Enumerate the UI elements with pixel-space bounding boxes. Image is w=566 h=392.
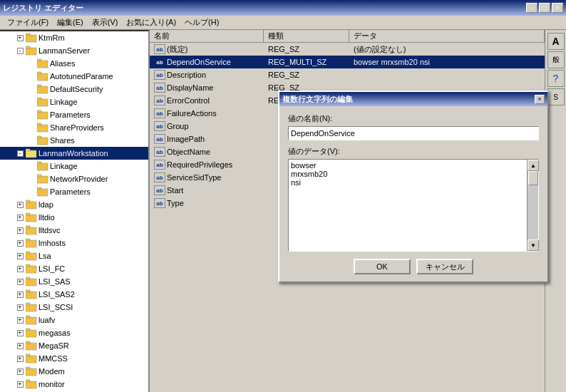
tree-label-autotunedparam: AutotunedParame: [50, 72, 113, 81]
ab-icon-default: ab: [154, 44, 165, 54]
scroll-down-button[interactable]: ▼: [528, 239, 539, 251]
svg-rect-16: [37, 138, 48, 145]
svg-rect-25: [37, 187, 41, 190]
svg-rect-29: [26, 213, 30, 215]
expander-lanmanworkstation[interactable]: -: [14, 148, 26, 159]
tree-item-linkage2[interactable]: Linkage: [0, 160, 148, 172]
expander-ktmrm[interactable]: +: [14, 32, 26, 43]
tree-item-modem[interactable]: + Modem: [0, 365, 148, 378]
svg-rect-30: [26, 227, 36, 234]
tree-item-luafv[interactable]: + luafv: [0, 314, 148, 326]
dialog-name-input[interactable]: [288, 126, 539, 140]
folder-icon-lanmanworkstation: [26, 148, 37, 158]
tree-item-lsisas2[interactable]: + LSI_SAS2: [0, 288, 148, 301]
ab-icon-failureactions: ab: [154, 108, 165, 118]
tree-item-megasas[interactable]: + megasas: [0, 326, 148, 339]
minimize-button[interactable]: －: [526, 3, 537, 13]
tree-item-linkage[interactable]: Linkage: [0, 96, 148, 108]
svg-rect-6: [37, 73, 48, 81]
tree-item-ktmrm[interactable]: + KtmRm: [0, 31, 148, 44]
tree-item-mmcss[interactable]: + MMCSS: [0, 352, 148, 365]
svg-rect-23: [37, 175, 41, 177]
reg-cell-name-displayname: abDisplayName: [150, 82, 264, 93]
svg-rect-39: [26, 277, 30, 279]
svg-rect-45: [26, 316, 30, 318]
menu-view[interactable]: 表示(V): [88, 16, 123, 29]
tree-label-lsifc: LSI_FC: [38, 264, 65, 273]
svg-rect-33: [26, 239, 30, 241]
reg-row-default[interactable]: ab(既定) REG_SZ (値の設定なし): [150, 43, 545, 56]
tree-item-lanmanworkstation[interactable]: - LanmanWorkstation: [0, 147, 148, 160]
ab-icon-start: ab: [154, 185, 165, 195]
tree-item-shares[interactable]: Shares: [0, 134, 148, 147]
ab-icon-requiredprivileges: ab: [154, 160, 165, 170]
scroll-track[interactable]: [528, 171, 538, 239]
tree-label-aliases: Aliases: [50, 59, 75, 68]
menu-favorites[interactable]: お気に入り(A): [122, 16, 180, 29]
tree-panel: + KtmRm - LanmanServer: [0, 30, 150, 392]
dialog-data-textarea[interactable]: bowser mrxsmb20 nsi: [289, 160, 527, 251]
tree-item-lsisas[interactable]: + LSI_SAS: [0, 275, 148, 288]
folder-icon-luafv: [26, 315, 37, 325]
tree-label-networkprovider: NetworkProvider: [50, 175, 108, 183]
maximize-button[interactable]: □: [539, 3, 550, 13]
svg-rect-36: [26, 266, 36, 273]
cancel-button[interactable]: キャンセル: [416, 259, 473, 274]
menu-help[interactable]: ヘルプ(H): [180, 16, 223, 29]
ab-icon-objectname: ab: [154, 147, 165, 157]
folder-icon-lltdio: [26, 212, 37, 222]
tree-item-monitor[interactable]: + monitor: [0, 378, 148, 391]
tree-item-networkprovider[interactable]: NetworkProvider: [0, 172, 148, 185]
menu-bar: ファイル(F) 編集(E) 表示(V) お気に入り(A) ヘルプ(H): [0, 16, 566, 30]
sidebar-icon-question[interactable]: ?: [547, 70, 565, 87]
tree-item-lanmanserver[interactable]: - LanmanServer: [0, 44, 148, 57]
reg-cell-data-description: [349, 74, 545, 76]
svg-rect-12: [37, 112, 48, 119]
sidebar-icon-general[interactable]: 般: [547, 51, 565, 68]
main-area: + KtmRm - LanmanServer: [0, 30, 566, 392]
tree-item-lsifc[interactable]: + LSI_FC: [0, 262, 148, 275]
title-bar: レジストリ エディター － □ ×: [0, 0, 566, 16]
reg-cell-name-start: abStart: [150, 185, 264, 196]
reg-row-dependonservice[interactable]: abDependOnService REG_MULTI_SZ bowser mr…: [150, 56, 545, 68]
folder-icon-linkage2: [37, 161, 48, 171]
scroll-up-button[interactable]: ▲: [528, 160, 539, 171]
tree-item-ldap[interactable]: + ldap: [0, 198, 148, 211]
menu-edit[interactable]: 編集(E): [53, 16, 88, 29]
tree-item-lltdio[interactable]: + lltdio: [0, 211, 148, 224]
tree-item-lsiscsi[interactable]: + LSI_SCSI: [0, 301, 148, 314]
svg-rect-7: [37, 72, 41, 74]
tree-item-defaultsecurity[interactable]: DefaultSecurity: [0, 83, 148, 96]
reg-cell-name-errorcontrol: abErrorControl: [150, 95, 264, 106]
sidebar-icon-a[interactable]: A: [547, 33, 565, 50]
tree-item-autotunedparam[interactable]: AutotunedParame: [0, 70, 148, 83]
svg-rect-24: [37, 189, 48, 196]
tree-item-parameters2[interactable]: Parameters: [0, 185, 148, 198]
expander-lanmanserver[interactable]: -: [14, 45, 26, 56]
reg-row-description[interactable]: abDescription REG_SZ: [150, 68, 545, 81]
tree-label-shares: Shares: [50, 136, 75, 145]
tree-item-lmhosts[interactable]: + lmhosts: [0, 237, 148, 249]
dialog-close-button[interactable]: ×: [535, 95, 545, 104]
folder-icon-lsa: [26, 251, 37, 261]
close-button[interactable]: ×: [552, 3, 563, 13]
folder-icon-megasr: [26, 341, 37, 351]
tree-label-lltdsvc: lltdsvc: [38, 226, 61, 234]
right-area: 名前 種類 データ ab(既定) REG_SZ (値の設定なし) abDepen…: [150, 30, 566, 392]
tree-item-parameters[interactable]: Parameters: [0, 108, 148, 121]
svg-rect-17: [37, 136, 41, 138]
tree-item-lltdsvc[interactable]: + lltdsvc: [0, 224, 148, 237]
tree-item-lsa[interactable]: + Lsa: [0, 249, 148, 262]
tree-item-megasr[interactable]: + MegaSR: [0, 339, 148, 352]
folder-icon-ktmrm: [26, 33, 37, 43]
tree-label-lsa: Lsa: [38, 252, 51, 260]
dialog-data-scrollbar[interactable]: ▲ ▼: [527, 160, 538, 251]
ok-button[interactable]: OK: [354, 259, 411, 274]
tree-item-aliases[interactable]: Aliases: [0, 57, 148, 70]
tree-item-shareproviders[interactable]: ShareProviders: [0, 121, 148, 134]
sidebar-icon-s[interactable]: S: [547, 88, 565, 105]
tree-scroll-container[interactable]: + KtmRm - LanmanServer: [0, 31, 148, 392]
menu-file[interactable]: ファイル(F): [3, 16, 53, 29]
folder-icon-lsiscsi: [26, 302, 37, 312]
tree-scroll-area[interactable]: + KtmRm - LanmanServer: [0, 30, 150, 392]
